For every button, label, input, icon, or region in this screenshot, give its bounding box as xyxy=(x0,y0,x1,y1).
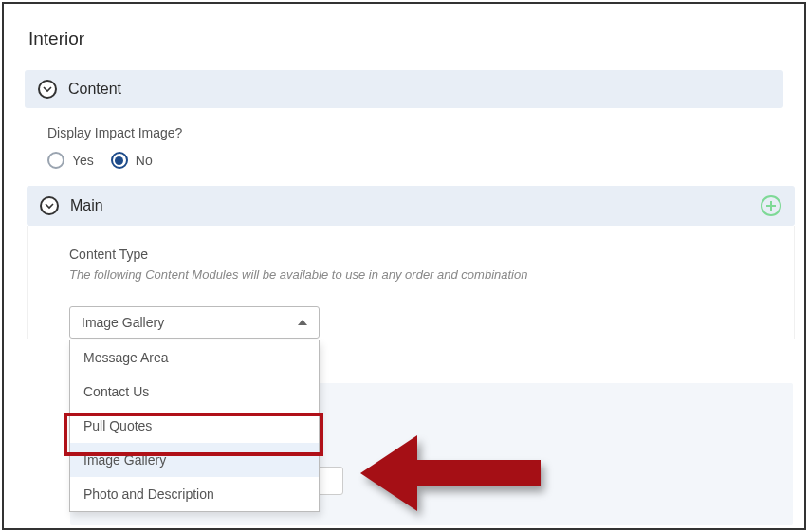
section-content-label: Content xyxy=(68,81,121,98)
content-type-selected: Image Gallery xyxy=(82,315,164,330)
content-type-dropdown[interactable]: Image Gallery xyxy=(69,306,320,339)
dropdown-option-image-gallery[interactable]: Image Gallery xyxy=(70,443,319,477)
add-icon[interactable] xyxy=(761,195,781,216)
content-type-label: Content Type xyxy=(69,247,794,262)
section-main-label: Main xyxy=(70,197,103,214)
content-type-help: The following Content Modules will be av… xyxy=(69,267,794,282)
radio-circle-icon xyxy=(111,152,128,169)
dropdown-option-message-area[interactable]: Message Area xyxy=(70,340,319,375)
content-type-list: Message Area Contact Us Pull Quotes Imag… xyxy=(69,340,320,512)
dropdown-option-pull-quotes[interactable]: Pull Quotes xyxy=(70,409,319,443)
radio-circle-icon xyxy=(47,152,64,169)
dropdown-option-contact-us[interactable]: Contact Us xyxy=(70,375,319,409)
chevron-down-icon xyxy=(40,196,59,215)
radio-yes[interactable]: Yes xyxy=(47,152,94,169)
content-type-dropdown-wrap: Image Gallery Message Area Contact Us Pu… xyxy=(69,306,794,339)
red-arrow-annotation-icon xyxy=(360,426,550,521)
radio-no-label: No xyxy=(136,153,153,168)
radio-yes-label: Yes xyxy=(72,153,94,168)
impact-image-question: Display Impact Image? xyxy=(47,125,804,140)
arrow-up-icon xyxy=(298,320,307,325)
svg-marker-0 xyxy=(360,435,541,511)
dropdown-option-photo-and-description[interactable]: Photo and Description xyxy=(70,477,319,511)
page-title: Interior xyxy=(4,4,804,49)
chevron-down-icon xyxy=(38,80,57,99)
section-main-header[interactable]: Main xyxy=(27,186,795,226)
radio-no[interactable]: No xyxy=(111,152,153,169)
section-content-header[interactable]: Content xyxy=(25,70,783,108)
